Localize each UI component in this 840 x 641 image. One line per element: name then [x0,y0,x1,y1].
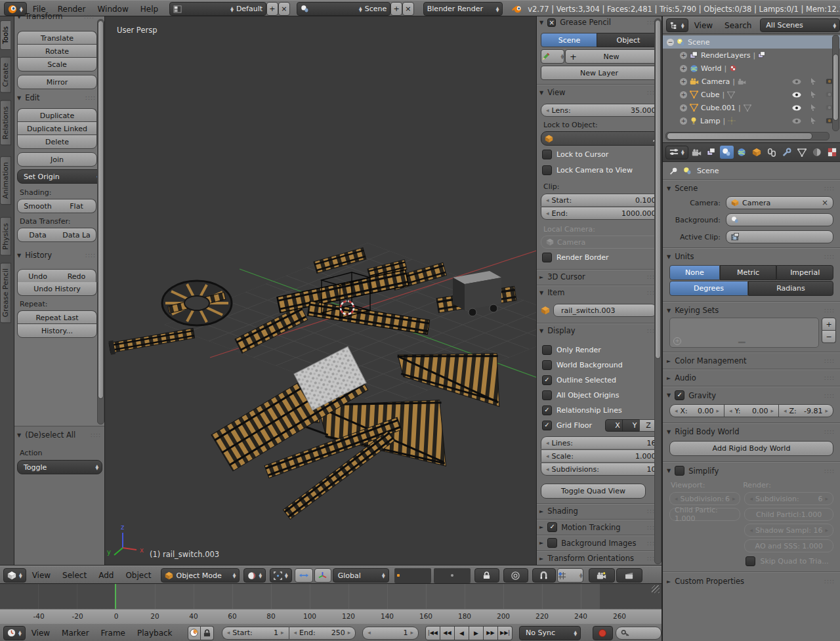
add-scene-button[interactable]: + [390,2,402,16]
mode-dropdown[interactable]: Object Mode ▲▼ [161,568,240,583]
checkbox-icon[interactable] [746,556,755,566]
current-frame-line[interactable] [115,584,116,609]
close-scene-button[interactable]: × [402,2,414,16]
lock-to-cursor-row[interactable]: Lock to Cursor [542,150,608,159]
world-background-row[interactable]: World Background [542,360,623,370]
data-layout-button[interactable]: Data La [57,228,96,242]
timeline-menu-playback[interactable]: Playback [131,629,178,638]
checkbox-icon[interactable] [542,390,552,400]
checkbox-checked-icon[interactable]: ✓ [547,522,557,532]
units-imperial-toggle[interactable]: Imperial [776,265,833,280]
panel-grip-icon[interactable]: :::: [84,13,94,20]
mirror-button[interactable]: Mirror [17,75,97,89]
viewport-3d[interactable]: z x y User Persp (1) rail_switch.003 [105,16,537,566]
visibility-eye-icon[interactable] [792,118,801,124]
sync-dropdown[interactable]: No Sync ▲▼ [519,626,581,640]
scene-panel-header[interactable]: ▼Scene :::: [663,180,840,194]
lens-slider[interactable]: ◂ Lens: 35.000 ▸ [541,104,662,117]
panel-grip-icon[interactable]: :::: [824,253,835,260]
custom-properties-panel-header[interactable]: ►Custom Properties :::: [663,573,840,589]
snap-toggle-button[interactable] [532,568,556,583]
cursor-panel-header[interactable]: ► 3D Cursor :::: [539,272,658,281]
edit-panel-header[interactable]: ▼ Edit :::: [17,93,96,102]
clip-start-slider[interactable]: ◂Start: 0.100▸ [541,194,662,206]
opengl-render-button[interactable] [589,568,615,583]
shade-smooth-button[interactable]: Smooth [17,199,58,213]
editor-type-3dview-dropdown[interactable]: ▲▼ [3,568,26,583]
clear-icon[interactable]: × [822,198,828,207]
motion-tracking-panel-header[interactable]: ► ✓ Motion Tracking :::: [539,522,658,532]
grab-handle-icon[interactable]: ══ [738,339,746,346]
viewport-canvas[interactable]: z x y [105,16,537,566]
only-render-row[interactable]: Only Render [542,345,601,355]
outliner-row-cube[interactable]: + Cube | [663,88,840,101]
panel-grip-icon[interactable]: :::: [824,375,835,381]
gp-pencil-dropdown[interactable]: ▲▼ [541,49,564,64]
shelf-tab-animation[interactable]: Animation [0,156,11,205]
proportional-edit-dropdown[interactable] [503,568,528,583]
rotate-button[interactable]: Rotate [17,44,97,58]
lock-range-button[interactable] [201,626,214,640]
tab-world[interactable] [735,146,749,159]
tab-render[interactable] [690,146,704,159]
checkbox-icon[interactable] [542,253,552,262]
frame-end-field[interactable]: ◂End: 250▸ [289,627,356,640]
checkbox-checked-icon[interactable]: ✓ [675,390,684,400]
next-keyframe-button[interactable]: ▶▶ [484,626,498,640]
timeline-menu-frame[interactable]: Frame [95,629,131,638]
background-images-panel-header[interactable]: ► Background Images :::: [539,538,658,548]
panel-grip-icon[interactable]: :::: [91,432,101,438]
shelf-tab-relations[interactable]: Relations [0,100,11,146]
shade-flat-button[interactable]: Flat [57,199,96,213]
outliner-menu-view[interactable]: View [688,21,719,30]
add-layout-button[interactable]: + [266,2,278,16]
grid-subdiv-slider[interactable]: ◂Subdivisions: 10▸ [541,463,662,476]
outline-selected-row[interactable]: ✓Outline Selected [542,375,616,385]
selectability-arrow-icon[interactable] [810,78,816,85]
all-origins-row[interactable]: All Object Origins [542,390,619,400]
history-panel-header[interactable]: ▼ History :::: [17,251,96,260]
deselect-panel-header[interactable]: ▼ (De)select All :::: [14,426,105,440]
transform-orientations-panel-header[interactable]: ► Transform Orientations :::: [539,554,658,563]
units-metric-toggle[interactable]: Metric [720,265,777,280]
join-button[interactable]: Join [17,152,97,167]
expand-plus-icon[interactable]: + [680,117,687,125]
item-panel-header[interactable]: ▼ Item :::: [539,288,658,297]
outliner-row-world[interactable]: + World | [663,62,840,75]
tab-texture[interactable] [826,146,839,159]
gp-new-layer-button[interactable]: New Layer [541,66,658,80]
units-radians-toggle[interactable]: Radians [748,281,833,296]
editor-type-properties-dropdown[interactable]: ▲▼ [665,146,688,159]
timeline-scale[interactable]: -40 -20 0 20 40 60 80 100 120 140 160 18… [0,609,662,624]
menu-window[interactable]: Window [91,5,134,14]
scene-selector[interactable]: ▲▼ Scene [297,2,391,16]
relationship-lines-row[interactable]: ✓Relationship Lines [542,405,622,415]
checkbox-icon[interactable] [675,466,684,476]
redo-button[interactable]: Redo [57,269,96,283]
repeat-last-button[interactable]: Repeat Last [17,310,97,324]
scale-button[interactable]: Scale [17,57,97,72]
shelf-tab-grease-pencil[interactable]: Grease Pencil [0,262,11,323]
viewport-shading-dropdown[interactable]: ▲▼ [243,568,266,583]
opengl-render-anim-button[interactable] [616,568,642,583]
panel-grip-icon[interactable]: :::: [824,358,835,364]
keying-set-field[interactable] [616,627,662,640]
gravity-x-slider[interactable]: ◂X:0.00▸ [669,404,724,417]
gp-scene-toggle[interactable]: Scene [541,33,598,47]
grid-scale-slider[interactable]: ◂Scale: 1.000▸ [541,449,662,462]
selectability-arrow-icon[interactable] [810,91,816,98]
expand-plus-icon[interactable]: + [680,78,687,85]
gravity-panel-header[interactable]: ▼ ✓ Gravity :::: [663,387,840,403]
outliner-vscrollbar[interactable] [832,35,839,131]
transform-panel-header[interactable]: ▼ Transform :::: [17,11,94,22]
tab-object[interactable] [750,146,764,159]
checkbox-icon[interactable] [542,345,552,355]
keying-set-remove-button[interactable]: − [822,331,836,343]
set-origin-dropdown[interactable]: Set Origin ▲▼ [17,169,104,184]
checkbox-checked-icon[interactable]: ✓ [542,405,552,415]
keying-sets-panel-header[interactable]: ▼Keying Sets :::: [663,302,840,318]
decrement-arrow-icon[interactable]: ◂ [546,108,549,114]
outliner-row-lamp[interactable]: + Lamp | [663,114,840,127]
play-button[interactable]: ▶ [469,626,484,640]
lock-to-scene-button[interactable] [474,568,499,583]
